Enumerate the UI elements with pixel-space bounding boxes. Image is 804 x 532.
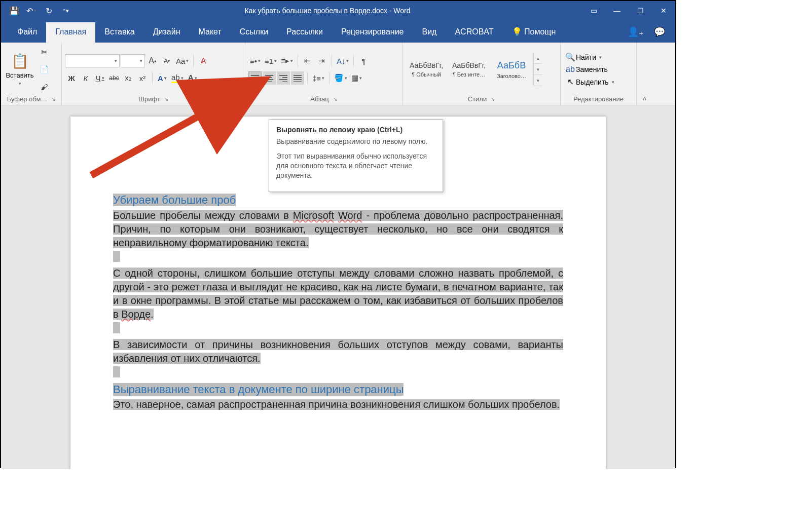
styles-up-icon[interactable]: ▴ [534,53,542,64]
save-icon[interactable]: 💾 [7,4,21,18]
group-clipboard: 📋 Вставить ▾ ✂ 📄 🖌 Буфер обм…↘ [1,43,62,105]
maximize-icon[interactable]: ☐ [629,1,652,20]
ribbon-tabs: Файл Главная Вставка Дизайн Макет Ссылки… [1,20,675,43]
tab-view[interactable]: Вид [413,22,446,43]
close-icon[interactable]: ✕ [652,1,675,20]
tab-acrobat[interactable]: ACROBAT [446,22,502,43]
underline-button[interactable]: Ч [93,71,106,85]
style-heading1[interactable]: АаБбВ Заголово… [491,52,532,87]
tab-references[interactable]: Ссылки [231,22,277,43]
collapse-ribbon-icon[interactable]: ʌ [637,43,652,105]
select-icon: ↖ [566,77,575,87]
bold-button[interactable]: Ж [65,71,78,85]
title-bar: 💾 ↶ ↻ ⁼▾ Как убрать большие пробелы в Во… [1,1,675,20]
comments-icon[interactable]: 💬 [654,26,665,37]
show-marks-icon[interactable]: ¶ [357,54,370,67]
change-case-button[interactable]: Aa [174,54,190,67]
tab-layout[interactable]: Макет [190,22,231,43]
paragraph-launcher-icon[interactable]: ↘ [333,96,337,102]
multilevel-list-icon[interactable]: ≡▸ [279,54,295,67]
shrink-font-icon[interactable]: A▾ [160,54,173,67]
line-spacing-icon[interactable]: ‡≡ [311,71,326,85]
sort-icon[interactable]: A↓ [335,54,351,67]
style-sample: АаБбВвГг, [452,61,486,69]
tooltip-title: Выровнять по левому краю (Ctrl+L) [276,126,435,134]
ribbon-display-options-icon[interactable]: ▭ [582,1,605,20]
font-size-combo[interactable] [121,54,145,67]
styles-down-icon[interactable]: ▾ [534,64,542,75]
superscript-button[interactable]: x² [136,71,149,85]
select-button[interactable]: ↖Выделить ▾ [566,77,614,87]
decrease-indent-icon[interactable]: ⇤ [301,54,314,67]
paste-dropdown-icon[interactable]: ▾ [19,81,21,86]
cut-icon[interactable]: ✂ [38,46,51,59]
justify-button[interactable] [291,71,304,85]
styles-launcher-icon[interactable]: ↘ [491,96,495,102]
font-family-combo[interactable] [65,54,120,67]
undo-icon[interactable]: ↶ [24,4,39,18]
replace-label: Заменить [576,65,608,73]
highlight-color-icon[interactable]: ab [170,71,185,85]
style-name: Заголово… [497,73,526,79]
align-right-button[interactable] [277,71,290,85]
empty-line[interactable] [113,322,120,333]
clear-formatting-icon[interactable]: A̷ [197,54,210,67]
style-name: ¶ Обычный [412,71,441,78]
paragraph-text[interactable]: Это, наверное, самая распространенная пр… [113,399,560,410]
style-no-spacing[interactable]: АаБбВвГг, ¶ Без инте… [448,52,490,87]
heading-1[interactable]: Убираем большие проб [113,194,236,206]
styles-gallery-scroll[interactable]: ▴ ▾ ▾ [533,53,542,86]
grow-font-icon[interactable]: A▴ [146,54,159,67]
tab-mailings[interactable]: Рассылки [277,22,332,43]
share-icon[interactable]: 👤₊ [628,26,644,37]
tab-insert[interactable]: Вставка [95,22,143,43]
minimize-icon[interactable]: — [605,1,629,20]
tab-home[interactable]: Главная [46,22,95,43]
bullets-icon[interactable]: ≡• [248,54,262,67]
style-name: ¶ Без инте… [453,71,485,78]
lightbulb-icon: 💡 [512,27,522,36]
borders-icon[interactable]: ▦ [350,71,363,85]
shading-icon[interactable]: 🪣 [333,71,349,85]
clipboard-launcher-icon[interactable]: ↘ [51,96,55,102]
empty-line[interactable] [113,366,120,377]
paragraph-text[interactable]: В зависимости от причины возникновения б… [113,339,563,364]
align-left-button[interactable] [248,71,262,85]
tooltip-body: Выравнивание содержимого по левому полю. [276,137,435,146]
align-center-button[interactable] [263,71,276,85]
find-button[interactable]: 🔍Найти ▾ [566,52,602,62]
increase-indent-icon[interactable]: ⇥ [315,54,328,67]
empty-line[interactable] [113,251,120,262]
style-sample: АаБбВвГг, [410,61,443,69]
font-launcher-icon[interactable]: ↘ [164,96,168,102]
paste-icon[interactable]: 📋 [11,53,29,69]
qat-customize-icon[interactable]: ⁼▾ [59,4,73,18]
font-color-icon[interactable]: A [186,71,199,85]
paste-label[interactable]: Вставить [6,71,33,79]
style-normal[interactable]: АаБбВвГг, ¶ Обычный [406,52,447,87]
replace-button[interactable]: abЗаменить [566,65,608,74]
redo-icon[interactable]: ↻ [42,4,56,18]
tab-tell-me[interactable]: 💡 Помощн [503,22,565,43]
tab-design[interactable]: Дизайн [144,22,190,43]
ribbon: 📋 Вставить ▾ ✂ 📄 🖌 Буфер обм…↘ [1,43,675,105]
styles-more-icon[interactable]: ▾ [534,75,542,86]
text-effects-icon[interactable]: A [156,71,169,85]
format-painter-icon[interactable]: 🖌 [38,80,51,93]
numbering-icon[interactable]: ≡1 [263,54,278,67]
group-editing: 🔍Найти ▾ abЗаменить ↖Выделить ▾ Редактир… [561,43,637,105]
style-sample: АаБбВ [497,60,526,71]
find-icon: 🔍 [566,52,575,62]
paragraph-text[interactable]: Большие пробелы между словами в Microsof… [113,210,563,248]
copy-icon[interactable]: 📄 [38,63,51,76]
styles-group-label: Стили [468,95,487,103]
paragraph-text[interactable]: С одной стороны, слишком большие отступы… [113,268,563,320]
tab-review[interactable]: Рецензирование [332,22,413,43]
select-label: Выделить [576,78,609,86]
tab-file[interactable]: Файл [8,22,46,43]
strikethrough-button[interactable]: abc [107,71,121,85]
italic-button[interactable]: К [79,71,92,85]
subscript-button[interactable]: x₂ [122,71,135,85]
heading-2[interactable]: Выравнивание текста в документе по ширин… [113,383,404,396]
group-paragraph: ≡• ≡1 ≡▸ ⇤ ⇥ A↓ ¶ [245,43,403,105]
